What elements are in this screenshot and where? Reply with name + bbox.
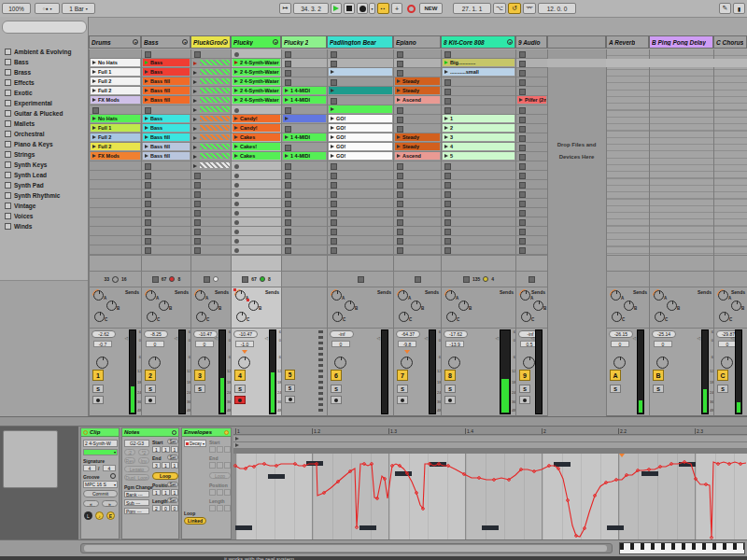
stop-all-clips-button[interactable] [242,276,248,283]
stop-clip-button[interactable] [519,229,526,235]
clip-slot[interactable] [441,189,515,199]
clip-slot[interactable] [393,245,441,255]
clip-slot[interactable] [141,217,190,227]
stop-clip-button[interactable] [519,154,526,161]
stop-clip-button[interactable] [194,51,201,58]
stop-clip-button[interactable] [444,173,451,179]
stop-clip-button[interactable] [519,173,526,179]
clip-2[interactable]: 2 [443,124,514,132]
pan-display[interactable]: -13.9 [445,341,464,347]
clip-launch-icon[interactable] [234,145,238,148]
clip-slot[interactable] [441,199,515,208]
clip-slot[interactable] [141,161,190,171]
follow-button[interactable]: ↦ [279,3,291,14]
stop-all-clips-button[interactable] [529,276,535,283]
clip-slot[interactable]: Candy! [231,124,281,133]
group-launch-icon[interactable] [193,108,197,112]
clip-launch-icon[interactable] [145,79,148,83]
stop-clip-button[interactable] [397,210,403,217]
stop-clip-button[interactable] [331,51,337,58]
clip-slot[interactable]: Bass [141,124,190,133]
stop-clip-button[interactable] [519,117,526,123]
clip-slot[interactable]: 1 4-MIDI [281,96,327,105]
clip-slot[interactable]: 2 4-Synth-Water [231,68,281,77]
clip-slot[interactable] [89,208,141,217]
clip-slot[interactable] [190,77,231,87]
clip-slot[interactable] [231,105,281,115]
send-knob-b[interactable] [458,301,469,311]
unfold-track-icon[interactable]: ▾ [182,39,188,45]
launch-box-tab[interactable]: L [84,511,92,520]
clip-slot[interactable] [515,87,547,96]
clip-go[interactable]: GO! [329,143,392,150]
browser-item-mallets[interactable]: Mallets [2,119,88,128]
clip-bass[interactable]: Bass [143,124,190,132]
clip-small[interactable]: ...........small [443,68,514,76]
pan-display[interactable]: -9.8 [398,341,416,347]
stop-clip-button[interactable] [331,247,337,254]
clip-slot[interactable] [190,227,231,236]
pan-display[interactable]: 0 [195,341,214,347]
clip-launch-icon[interactable] [234,89,238,92]
clip-bass-fill[interactable]: Bass fill [143,133,190,141]
clip-slot[interactable] [89,180,141,189]
stop-clip-button[interactable] [194,229,201,235]
clip-launch-icon[interactable] [331,135,334,139]
pan-knob[interactable] [238,357,250,369]
stop-clip-button[interactable] [397,117,403,123]
midi-note[interactable] [430,462,446,467]
clip-launch-icon[interactable] [234,126,238,130]
note-range-field[interactable]: G2-G3 [124,440,149,447]
draw-pencil-button[interactable]: ✎ [719,3,731,14]
track-number-button[interactable]: 2 [145,370,156,381]
clip-slot[interactable] [327,245,393,255]
stop-clip-button[interactable] [285,145,291,151]
clip-slot[interactable] [515,171,547,180]
stop-clip-button[interactable] [194,247,201,254]
sub-bank-field[interactable]: Sub --- [124,499,149,506]
clip-go[interactable]: GO! [329,152,392,160]
clip-slot[interactable] [441,208,515,217]
clip-slot[interactable]: Steady [393,133,441,143]
browser-item-strings[interactable]: Strings [2,149,88,159]
clip-launch-icon[interactable] [444,135,448,139]
clip-launch-icon[interactable] [285,117,289,120]
clip-slot[interactable]: Cakes! [231,143,281,152]
clip-slot[interactable] [231,49,281,59]
clip-slot[interactable] [327,105,393,115]
stop-clip-button[interactable] [285,191,291,198]
clip-slot[interactable]: Candy! [231,115,281,124]
clip-slot[interactable] [515,180,547,189]
stop-clip-button[interactable] [444,89,451,95]
stop-clip-button[interactable] [285,210,291,217]
group-launch-icon[interactable] [193,71,197,75]
clip-slot[interactable]: Ascend [393,96,441,105]
pan-knob[interactable] [401,357,413,369]
group-launch-icon[interactable] [193,146,197,149]
volume-display[interactable]: -2.62 [92,330,116,338]
set-start-button[interactable]: Set [167,439,178,444]
clip-cakes[interactable]: Cakes [233,152,280,160]
clip-slot[interactable] [515,208,547,217]
quantization-menu[interactable]: 1 Bar▾ [62,3,95,14]
stop-clip-button[interactable] [519,51,526,58]
clip-slot[interactable] [515,59,547,68]
clip-slot[interactable] [515,245,547,255]
clip-slot[interactable] [190,189,231,199]
stop-clip-button[interactable] [519,70,526,77]
length-sixteenths[interactable]: 0 [171,505,178,511]
solo-button[interactable]: S [145,385,156,393]
clip-slot[interactable]: Steady [393,87,441,96]
stop-clip-button[interactable] [234,248,239,253]
clip-slot[interactable]: Bass fill [141,152,190,161]
clip-slot[interactable]: Steady [393,77,441,87]
clip-slot[interactable]: ...........small [441,68,515,77]
solo-button[interactable]: S [397,385,408,393]
clip-slot[interactable] [515,49,547,59]
clip-slot[interactable]: 1 4-MIDI [281,87,327,96]
clip-slot[interactable]: GO! [327,115,393,124]
clip-slot[interactable] [281,217,327,227]
nudge-forward-button[interactable]: » [102,500,118,507]
stop-clip-button[interactable] [145,182,151,189]
clip-bass-fill[interactable]: Bass fill [143,143,190,150]
